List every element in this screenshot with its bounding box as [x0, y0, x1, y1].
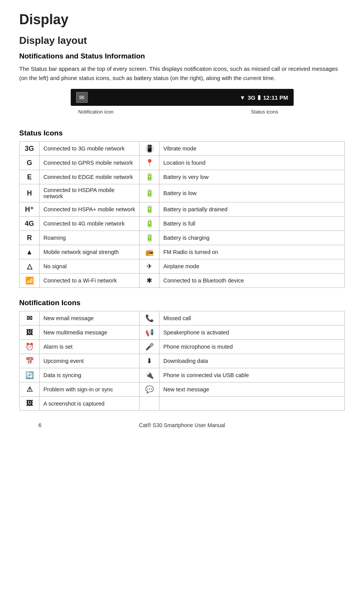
notification-icon-row: ⏰ Alarm is set 🎤 Phone microphone is mut… [20, 340, 345, 354]
notification-icon-row: 📅 Upcoming event ⬇ Downloading data [20, 354, 345, 368]
status-icon-9: 📶 [20, 274, 40, 288]
notif-desc2-0: Missed call [160, 311, 345, 326]
label-notification-icon: Notification icon [78, 109, 114, 115]
notif-desc-6: A screenshot is captured [40, 397, 140, 411]
status-icon-row: 4G Connected to 4G mobile network 🔋 Batt… [20, 217, 345, 231]
subsection1-title: Notifications and Status Information [19, 52, 345, 60]
status-icon-row: △ No signal ✈ Airplane mode [20, 259, 345, 274]
status-desc-5: Connected to 4G mobile network [40, 217, 140, 231]
statusbar-image: ✉ ▼ 3G ▮ 12:11 PM [71, 89, 294, 106]
status-desc-7: Mobile network signal strength [40, 245, 140, 259]
notif-icon-2: ⏰ [20, 340, 40, 354]
notif-icon-5: ⚠ [20, 383, 40, 397]
statusbar-time: 12:11 PM [263, 94, 288, 101]
status-desc-0: Connected to 3G mobile network [40, 142, 140, 156]
status-desc2-1: Location is found [160, 156, 345, 170]
status-desc-4: Connected to HSPA+ mobile network [40, 202, 140, 217]
status-desc-6: Roaming [40, 231, 140, 245]
status-desc2-9: Connected to a Bluetooth device [160, 274, 345, 288]
status-icon-row: E Connected to EDGE mobile network 🔋 Bat… [20, 170, 345, 184]
status-desc-8: No signal [40, 259, 140, 274]
statusbar-right: ▼ 3G ▮ 12:11 PM [240, 94, 288, 101]
body-text: The Status bar appears at the top of eve… [19, 64, 345, 83]
notif-desc2-2: Phone microphone is muted [160, 340, 345, 354]
status-icon2-0: 📳 [140, 142, 160, 156]
status-icon2-3: 🔋 [140, 184, 160, 202]
notif-desc-1: New multimedia message [40, 326, 140, 340]
status-desc2-6: Battery is charging [160, 231, 345, 245]
notif-icon2-6 [140, 397, 160, 411]
status-icon-7: ▲ [20, 245, 40, 259]
section1-title: Display layout [19, 35, 345, 47]
status-icon2-8: ✈ [140, 259, 160, 274]
notif-desc2-1: Speakerphone is activated [160, 326, 345, 340]
notification-icon-demo: ✉ [76, 92, 88, 103]
status-desc2-3: Battery is low [160, 184, 345, 202]
status-icon2-9: ✱ [140, 274, 160, 288]
status-icon2-7: 📻 [140, 245, 160, 259]
statusbar-3g-label: 3G [248, 94, 255, 101]
status-icon-5: 4G [20, 217, 40, 231]
notif-desc2-3: Downloading data [160, 354, 345, 368]
statusbar-signal-icon: ▼ [240, 94, 246, 101]
notif-icon-3: 📅 [20, 354, 40, 368]
status-desc2-5: Battery is full [160, 217, 345, 231]
status-icon2-5: 🔋 [140, 217, 160, 231]
notif-icon-4: 🔄 [20, 368, 40, 383]
subsection2-title: Status Icons [19, 129, 345, 137]
status-icons-table: 3G Connected to 3G mobile network 📳 Vibr… [19, 141, 345, 288]
label-status-icons: Status icons [251, 109, 278, 115]
status-icon-row: 3G Connected to 3G mobile network 📳 Vibr… [20, 142, 345, 156]
notif-icon-1: 🖼 [20, 326, 40, 340]
notif-desc-0: New email message [40, 311, 140, 326]
notif-icon2-4: 🔌 [140, 368, 160, 383]
status-icon-row: G Connected to GPRS mobile network 📍 Loc… [20, 156, 345, 170]
status-desc-3: Connected to HSDPA mobile network [40, 184, 140, 202]
status-desc-1: Connected to GPRS mobile network [40, 156, 140, 170]
notif-desc2-5: New text message [160, 383, 345, 397]
status-icon2-4: 🔋 [140, 202, 160, 217]
status-desc-9: Connected to a Wi-Fi network [40, 274, 140, 288]
statusbar-demo: ✉ ▼ 3G ▮ 12:11 PM [19, 89, 345, 106]
status-icon-row: H Connected to HSDPA mobile network 🔋 Ba… [20, 184, 345, 202]
status-icon-2: E [20, 170, 40, 184]
status-icon2-2: 🔋 [140, 170, 160, 184]
status-icon-0: 3G [20, 142, 40, 156]
notification-icon-row: 🖼 A screenshot is captured [20, 397, 345, 411]
notif-icon2-2: 🎤 [140, 340, 160, 354]
status-icon-row: R Roaming 🔋 Battery is charging [20, 231, 345, 245]
status-icon-row: 📶 Connected to a Wi-Fi network ✱ Connect… [20, 274, 345, 288]
status-icon2-1: 📍 [140, 156, 160, 170]
notif-desc-5: Problem with sign-in or sync [40, 383, 140, 397]
footer-page-number: 6 [38, 422, 42, 428]
notif-desc-4: Data is syncing [40, 368, 140, 383]
subsection3-title: Notification Icons [19, 299, 345, 307]
page-title: Display [19, 12, 345, 28]
footer: 6 Cat® S30 Smartphone User Manual [19, 422, 345, 428]
notification-icon-row: ⚠ Problem with sign-in or sync 💬 New tex… [20, 383, 345, 397]
notification-icon-row: ✉ New email message 📞 Missed call [20, 311, 345, 326]
status-icon-4: H⁺ [20, 202, 40, 217]
notif-desc2-4: Phone is connected via USB cable [160, 368, 345, 383]
status-icon-1: G [20, 156, 40, 170]
notif-desc2-6 [160, 397, 345, 411]
footer-text: Cat® S30 Smartphone User Manual [19, 422, 345, 428]
notification-icon-row: 🖼 New multimedia message 📢 Speakerphone … [20, 326, 345, 340]
status-icon2-6: 🔋 [140, 231, 160, 245]
statusbar-battery-icon: ▮ [258, 94, 261, 101]
status-icon-6: R [20, 231, 40, 245]
status-desc2-8: Airplane mode [160, 259, 345, 274]
status-icon-row: H⁺ Connected to HSPA+ mobile network 🔋 B… [20, 202, 345, 217]
status-desc2-0: Vibrate mode [160, 142, 345, 156]
notif-desc-2: Alarm is set [40, 340, 140, 354]
status-desc2-4: Battery is partially drained [160, 202, 345, 217]
notif-icon2-0: 📞 [140, 311, 160, 326]
status-desc2-7: FM Radio is turned on [160, 245, 345, 259]
notif-icon-6: 🖼 [20, 397, 40, 411]
status-icon-8: △ [20, 259, 40, 274]
notif-icon2-1: 📢 [140, 326, 160, 340]
notif-icon-0: ✉ [20, 311, 40, 326]
status-icon-3: H [20, 184, 40, 202]
statusbar-labels-container: Notification icon Status icons [71, 109, 294, 118]
notif-icon2-5: 💬 [140, 383, 160, 397]
